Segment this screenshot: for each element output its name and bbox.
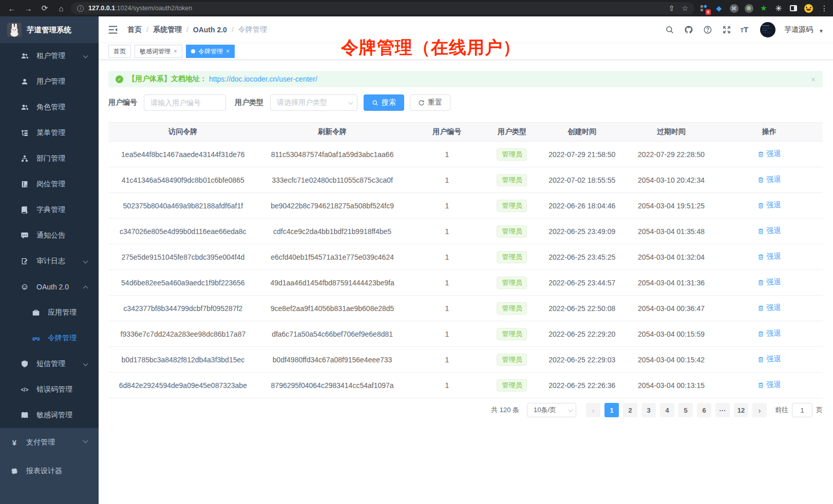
force-logout-button[interactable]: 强退 — [758, 278, 781, 287]
chevron-down-icon — [83, 53, 88, 59]
sidebar-item-post[interactable]: 岗位管理 — [0, 171, 99, 197]
user-avatar[interactable] — [760, 22, 775, 37]
sidebar-item-oauth-token[interactable]: ((A)) 令牌管理 — [0, 325, 99, 351]
user-type-select[interactable]: 请选择用户类型 — [270, 94, 357, 111]
browser-back-icon[interactable]: ← — [5, 2, 18, 15]
sidebar-item-error-code[interactable]: </> 错误码管理 — [0, 377, 99, 402]
refresh-token-cell: cdfc4ce9c2da4bb1bdf21b9918ff4be5 — [258, 219, 407, 244]
delete-icon — [758, 382, 764, 389]
force-logout-button[interactable]: 强退 — [758, 380, 781, 390]
force-logout-button[interactable]: 强退 — [758, 201, 781, 210]
page-button-12[interactable]: 12 — [734, 403, 748, 417]
browser-forward-icon[interactable]: → — [22, 2, 35, 15]
goto-page-input[interactable] — [792, 403, 812, 417]
table-row: 6d842e2924594de9a09e45e087323abe 8796295… — [108, 373, 823, 398]
force-logout-button[interactable]: 强退 — [758, 252, 781, 261]
app-logo[interactable]: 芋道管理系统 — [0, 16, 99, 43]
close-icon[interactable]: × — [174, 48, 177, 55]
refresh-token-cell: 49d1aa46d1454fbd87591444423be9fa — [258, 270, 407, 296]
tab-token[interactable]: 令牌管理 × — [186, 45, 235, 58]
browser-sidepanel-icon[interactable] — [789, 4, 798, 13]
sidebar-item-dict[interactable]: 字典管理 — [0, 197, 99, 223]
sidebar-item-tenant[interactable]: 租户管理 — [0, 43, 99, 69]
share-icon[interactable]: ⇧ — [669, 4, 675, 12]
extension-record-icon[interactable] — [744, 4, 753, 13]
force-logout-button[interactable]: 强退 — [758, 355, 781, 364]
page-button-2[interactable]: 2 — [623, 403, 637, 417]
doc-link[interactable]: https://doc.iocoder.cn/user-center/ — [209, 75, 317, 83]
sidebar-item-role[interactable]: 角色管理 — [0, 94, 99, 120]
page-button-4[interactable]: 4 — [660, 403, 674, 417]
user-type-badge: 管理员 — [497, 174, 527, 186]
sidebar-item-sms[interactable]: 短信管理 — [0, 351, 99, 377]
username-label[interactable]: 芋道源码 — [784, 25, 813, 34]
breadcrumb-oauth[interactable]: OAuth 2.0 — [193, 26, 227, 34]
extension-flower-icon[interactable]: ✳ — [774, 4, 783, 13]
page-button-6[interactable]: 6 — [697, 403, 711, 417]
browser-home-icon[interactable]: ⌂ — [54, 2, 68, 15]
page-button-1[interactable]: 1 — [604, 403, 619, 417]
reset-button-label: 重置 — [428, 98, 442, 107]
user-id-input[interactable] — [144, 94, 226, 111]
font-size-icon[interactable]: TT — [741, 25, 748, 34]
github-icon[interactable] — [684, 25, 694, 35]
profile-avatar-icon[interactable] — [804, 4, 813, 13]
tab-sensitive-word[interactable]: 敏感词管理 × — [135, 45, 182, 58]
sidebar-item-notice[interactable]: 通知公告 — [0, 223, 99, 248]
next-page-button[interactable]: › — [752, 403, 767, 417]
fullscreen-icon[interactable] — [722, 25, 732, 35]
page-button-3[interactable]: 3 — [641, 403, 656, 417]
goto-suffix: 页 — [816, 405, 823, 415]
sidebar-item-report-designer[interactable]: 报表设计器 — [0, 457, 99, 486]
sidebar-item-dept[interactable]: 部门管理 — [0, 146, 99, 171]
sidebar-item-label: 部门管理 — [36, 154, 65, 163]
site-info-icon[interactable]: i — [77, 5, 84, 12]
prev-page-button[interactable]: ‹ — [586, 403, 600, 417]
force-logout-button[interactable]: 强退 — [758, 329, 781, 338]
extension-gem-icon[interactable]: ◆ — [714, 4, 724, 13]
sidebar-item-menu[interactable]: 菜单管理 — [0, 120, 99, 146]
search-button[interactable]: 搜索 — [364, 94, 404, 111]
address-bar[interactable]: i 127.0.0.1:1024/system/oauth2/token ⇧ ☆ — [71, 2, 694, 14]
extension-star-icon[interactable]: ★ — [759, 4, 768, 13]
page-button-5[interactable]: 5 — [678, 403, 693, 417]
sidebar-item-user[interactable]: 用户管理 — [0, 69, 99, 94]
refresh-icon — [418, 100, 425, 106]
sidebar-toggle-icon[interactable] — [108, 25, 118, 34]
page-size-value: 10条/页 — [534, 405, 556, 415]
tab-home[interactable]: 首页 — [108, 45, 131, 58]
extension-blocks-icon[interactable]: 9 — [699, 4, 709, 13]
expire-time-cell: 2054-03-04 00:13:15 — [627, 373, 715, 398]
table-row: b0d1785bc3a8482f812db4a3f3bd15ec b0df498… — [108, 347, 823, 373]
extension-command-icon[interactable]: ⌘ — [729, 4, 739, 13]
breadcrumb-home[interactable]: 首页 — [127, 25, 142, 34]
force-logout-button[interactable]: 强退 — [758, 226, 781, 236]
force-logout-button[interactable]: 强退 — [758, 149, 781, 159]
caret-down-icon[interactable]: ▼ — [819, 25, 824, 34]
oauth-robot-icon — [21, 283, 29, 291]
force-logout-button[interactable]: 强退 — [758, 175, 781, 184]
sidebar-item-sensitive-word[interactable]: 敏感词管理 — [0, 402, 99, 428]
sidebar-item-pay[interactable]: ¥ 支付管理 — [0, 428, 99, 457]
close-icon[interactable]: × — [226, 48, 230, 55]
force-logout-button[interactable]: 强退 — [758, 303, 781, 313]
sidebar-item-audit-log[interactable]: 审计日志 — [0, 248, 99, 274]
force-logout-label: 强退 — [766, 355, 781, 364]
help-icon[interactable] — [703, 25, 713, 35]
sidebar-item-oauth-app[interactable]: 应用管理 — [0, 300, 99, 325]
doc-alert: ✓ 【用户体系】文档地址： https://doc.iocoder.cn/use… — [108, 71, 823, 87]
sidebar-item-oauth[interactable]: OAuth 2.0 — [0, 274, 99, 300]
more-pages-button[interactable]: ··· — [715, 403, 730, 417]
search-icon[interactable] — [665, 25, 675, 35]
reset-button[interactable]: 重置 — [410, 94, 450, 111]
page-content: ✓ 【用户体系】文档地址： https://doc.iocoder.cn/use… — [99, 60, 833, 504]
page-size-select[interactable]: 10条/页 — [527, 403, 576, 417]
alert-close-icon[interactable]: × — [811, 75, 816, 84]
browser-reload-icon[interactable]: ⟳ — [38, 2, 51, 15]
col-refresh-token: 刷新令牌 — [258, 123, 407, 142]
browser-menu-icon[interactable]: ⋮ — [821, 4, 828, 12]
bookmark-star-icon[interactable]: ☆ — [681, 4, 688, 12]
force-logout-label: 强退 — [766, 252, 781, 261]
user-type-badge: 管理员 — [497, 302, 527, 315]
breadcrumb-system[interactable]: 系统管理 — [153, 25, 182, 34]
